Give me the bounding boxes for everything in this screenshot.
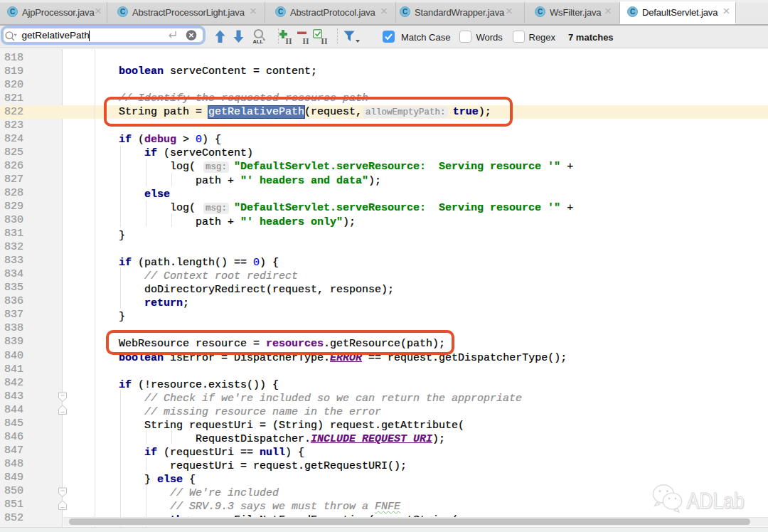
- svg-text:II: II: [302, 36, 309, 46]
- svg-text:ADLab: ADLab: [687, 488, 745, 514]
- svg-text:II: II: [321, 36, 328, 46]
- svg-text:II: II: [285, 36, 292, 46]
- svg-text:ALL: ALL: [253, 38, 264, 45]
